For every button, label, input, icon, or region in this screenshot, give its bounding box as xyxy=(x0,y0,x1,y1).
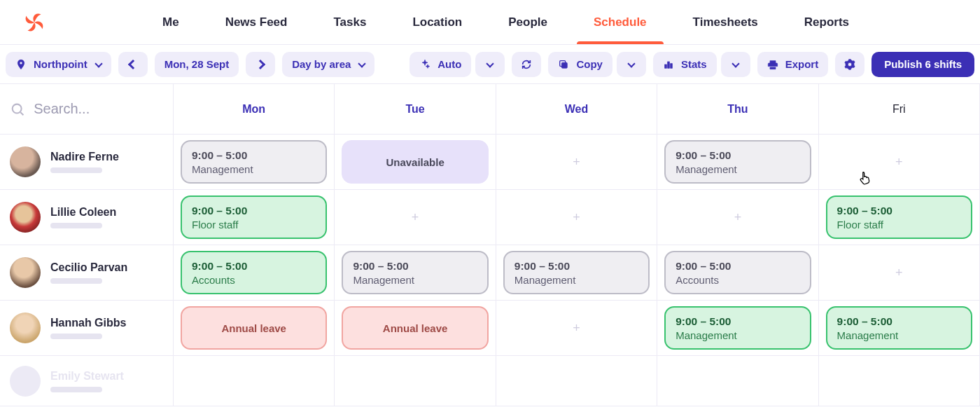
shift-card[interactable]: Annual leave xyxy=(181,306,327,350)
day-header-thu[interactable]: Thu xyxy=(657,84,818,135)
shift-card[interactable]: 9:00 – 5:00Management xyxy=(342,251,488,294)
add-shift-plus-icon[interactable]: + xyxy=(573,210,580,225)
date-next-button[interactable] xyxy=(246,52,275,77)
add-shift-plus-icon[interactable]: + xyxy=(573,321,580,336)
schedule-cell[interactable]: + xyxy=(496,301,657,356)
export-button[interactable]: Export xyxy=(757,52,829,77)
nav-tab-tasks[interactable]: Tasks xyxy=(332,1,368,43)
shift-card[interactable]: 9:00 – 5:00Management xyxy=(664,140,811,184)
person-row-hannah-gibbs[interactable]: Hannah Gibbs xyxy=(0,301,174,356)
schedule-cell[interactable]: 9:00 – 5:00Management xyxy=(335,245,496,301)
person-row-emily-stewart[interactable]: Emily Stewart xyxy=(0,356,174,406)
copy-dropdown[interactable] xyxy=(617,52,646,77)
shift-card[interactable]: 9:00 – 5:00Floor staff xyxy=(826,195,972,239)
nav-tab-location[interactable]: Location xyxy=(411,1,463,43)
shift-role: Floor staff xyxy=(192,219,316,231)
refresh-button[interactable] xyxy=(512,52,541,77)
nav-tab-people[interactable]: People xyxy=(507,1,549,43)
shift-role: Floor staff xyxy=(837,219,961,231)
stats-dropdown[interactable] xyxy=(721,52,750,77)
shift-role: Management xyxy=(676,329,799,341)
shift-card[interactable]: 9:00 – 5:00Management xyxy=(503,251,650,294)
shift-card[interactable]: Unavailable xyxy=(342,140,488,184)
nav-tab-reports[interactable]: Reports xyxy=(803,1,850,43)
schedule-cell[interactable]: 9:00 – 5:00Floor staff xyxy=(174,190,335,245)
add-shift-plus-icon[interactable]: + xyxy=(895,155,903,170)
nav-tab-schedule[interactable]: Schedule xyxy=(592,1,648,43)
shift-card[interactable]: Annual leave xyxy=(342,306,488,350)
copy-button[interactable]: Copy xyxy=(548,52,612,77)
publish-button[interactable]: Publish 6 shifts xyxy=(872,52,974,77)
person-meta: Lillie Coleen xyxy=(50,206,116,228)
schedule-cell[interactable]: 9:00 – 5:00Accounts xyxy=(657,245,818,301)
auto-button[interactable]: Auto xyxy=(410,52,471,77)
person-name: Hannah Gibbs xyxy=(50,317,126,329)
svg-rect-4 xyxy=(671,63,673,68)
settings-button[interactable] xyxy=(835,52,864,77)
schedule-cell[interactable]: Annual leave xyxy=(335,301,496,356)
schedule-cell[interactable]: + xyxy=(335,190,496,245)
schedule-cell[interactable]: Unavailable xyxy=(335,135,496,190)
add-shift-plus-icon[interactable]: + xyxy=(895,266,903,280)
svg-rect-0 xyxy=(562,62,568,68)
shift-card[interactable]: 9:00 – 5:00Floor staff xyxy=(181,195,327,239)
nav-tab-me[interactable]: Me xyxy=(161,1,181,43)
nav-tab-news-feed[interactable]: News Feed xyxy=(224,1,289,43)
add-shift-plus-icon[interactable]: + xyxy=(573,155,580,170)
person-row-nadire-ferne[interactable]: Nadire Ferne xyxy=(0,135,174,190)
shift-card[interactable]: 9:00 – 5:00Accounts xyxy=(181,251,327,294)
schedule-cell[interactable]: 9:00 – 5:00Management xyxy=(657,135,818,190)
schedule-cell[interactable]: 9:00 – 5:00Floor staff xyxy=(819,190,980,245)
location-picker[interactable]: Northpoint xyxy=(6,52,111,77)
person-row-lillie-coleen[interactable]: Lillie Coleen xyxy=(0,190,174,245)
schedule-cell[interactable] xyxy=(819,356,980,406)
schedule-cell[interactable]: + xyxy=(657,190,818,245)
schedule-cell[interactable] xyxy=(496,356,657,406)
person-row-cecilio-parvan[interactable]: Cecilio Parvan xyxy=(0,245,174,301)
schedule-cell[interactable] xyxy=(335,356,496,406)
schedule-cell[interactable]: 9:00 – 5:00Management xyxy=(657,301,818,356)
add-shift-plus-icon[interactable]: + xyxy=(734,210,742,225)
copy-split: Copy xyxy=(548,52,646,77)
schedule-cell[interactable]: + xyxy=(819,135,980,190)
schedule-cell[interactable]: 9:00 – 5:00Accounts xyxy=(174,245,335,301)
add-shift-plus-icon[interactable]: + xyxy=(412,210,419,225)
day-header-wed[interactable]: Wed xyxy=(496,84,657,135)
schedule-cell[interactable]: 9:00 – 5:00Management xyxy=(496,245,657,301)
schedule-cell[interactable] xyxy=(657,356,818,406)
schedule-cell[interactable]: + xyxy=(496,135,657,190)
search-wrap xyxy=(10,100,166,118)
view-label: Day by area xyxy=(292,58,351,70)
view-picker[interactable]: Day by area xyxy=(282,52,374,77)
day-header-tue[interactable]: Tue xyxy=(335,84,496,135)
day-header-fri[interactable]: Fri xyxy=(819,84,980,135)
svg-rect-2 xyxy=(665,64,667,68)
publish-label: Publish 6 shifts xyxy=(884,58,962,70)
date-picker[interactable]: Mon, 28 Sept xyxy=(155,52,239,77)
shift-card[interactable]: 9:00 – 5:00Management xyxy=(664,306,811,350)
shift-time: 9:00 – 5:00 xyxy=(837,315,961,328)
schedule-cell[interactable]: + xyxy=(819,245,980,301)
auto-dropdown[interactable] xyxy=(475,52,505,77)
date-prev-button[interactable] xyxy=(118,52,148,77)
chevron-left-icon xyxy=(128,59,138,69)
shift-card[interactable]: 9:00 – 5:00Management xyxy=(181,140,327,184)
avatar xyxy=(10,257,41,288)
search-icon xyxy=(10,100,25,118)
shift-card[interactable]: 9:00 – 5:00Management xyxy=(826,306,972,350)
day-header-mon[interactable]: Mon xyxy=(174,84,335,135)
schedule-cell[interactable]: + xyxy=(496,190,657,245)
stats-button[interactable]: Stats xyxy=(653,52,717,77)
shift-role: Annual leave xyxy=(383,322,448,334)
shift-card[interactable]: 9:00 – 5:00Accounts xyxy=(664,251,811,294)
search-input[interactable] xyxy=(32,100,166,118)
toolbar: Northpoint Mon, 28 Sept Day by area Auto… xyxy=(0,45,980,84)
shift-role: Unavailable xyxy=(386,156,444,168)
schedule-cell[interactable]: Annual leave xyxy=(174,301,335,356)
schedule-cell[interactable]: 9:00 – 5:00Management xyxy=(174,135,335,190)
stats-split: Stats xyxy=(653,52,750,77)
schedule-cell[interactable] xyxy=(174,356,335,406)
gear-icon xyxy=(844,59,855,70)
nav-tab-timesheets[interactable]: Timesheets xyxy=(692,1,760,43)
schedule-cell[interactable]: 9:00 – 5:00Management xyxy=(819,301,980,356)
